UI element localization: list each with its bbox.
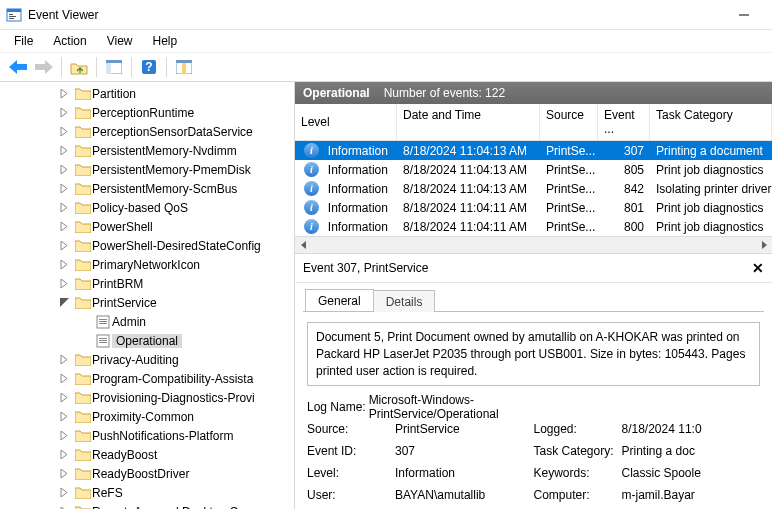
back-button[interactable] <box>6 55 30 79</box>
col-level[interactable]: Level <box>295 104 397 140</box>
title-bar: Event Viewer <box>0 0 772 30</box>
col-eventid[interactable]: Event ... <box>598 104 650 140</box>
expand-icon[interactable] <box>60 355 74 364</box>
tree-folder[interactable]: PerceptionSensorDataService <box>2 122 294 141</box>
show-tree-icon[interactable] <box>102 55 126 79</box>
expand-icon[interactable] <box>60 165 74 174</box>
folder-icon <box>74 144 92 157</box>
expand-icon[interactable] <box>60 108 74 117</box>
tree-folder[interactable]: Provisioning-Diagnostics-Provi <box>2 388 294 407</box>
tree-leaf[interactable]: Admin <box>2 312 294 331</box>
cell-datetime: 8/18/2024 11:04:13 AM <box>397 144 540 158</box>
svg-rect-21 <box>99 338 107 339</box>
tree-folder[interactable]: PrimaryNetworkIcon <box>2 255 294 274</box>
tree-view[interactable]: PartitionPerceptionRuntimePerceptionSens… <box>0 82 294 509</box>
detail-title: Event 307, PrintService <box>303 261 428 275</box>
help-icon[interactable]: ? <box>137 55 161 79</box>
expand-icon[interactable] <box>60 469 74 478</box>
col-task[interactable]: Task Category <box>650 104 772 140</box>
info-icon: i <box>304 219 319 234</box>
tree-label: PerceptionSensorDataService <box>92 125 253 139</box>
tree-folder[interactable]: Privacy-Auditing <box>2 350 294 369</box>
event-row[interactable]: iInformation8/18/2024 11:04:11 AMPrintSe… <box>295 217 772 236</box>
menu-action[interactable]: Action <box>43 32 96 50</box>
tree-folder[interactable]: ReFS <box>2 483 294 502</box>
menu-file[interactable]: File <box>4 32 43 50</box>
expand-icon[interactable] <box>60 412 74 421</box>
tree-folder[interactable]: Policy-based QoS <box>2 198 294 217</box>
expand-icon[interactable] <box>60 260 74 269</box>
scroll-right-icon[interactable] <box>755 237 772 254</box>
tab-general[interactable]: General <box>305 289 374 311</box>
tree-folder[interactable]: PersistentMemory-PmemDisk <box>2 160 294 179</box>
folder-icon <box>74 448 92 461</box>
tree-folder[interactable]: PrintBRM <box>2 274 294 293</box>
horiz-scrollbar[interactable] <box>295 236 772 253</box>
col-source[interactable]: Source <box>540 104 598 140</box>
folder-icon <box>74 467 92 480</box>
expand-icon[interactable] <box>60 127 74 136</box>
tab-details[interactable]: Details <box>373 290 436 312</box>
tree-folder[interactable]: PushNotifications-Platform <box>2 426 294 445</box>
expand-icon[interactable] <box>60 222 74 231</box>
event-row[interactable]: iInformation8/18/2024 11:04:13 AMPrintSe… <box>295 141 772 160</box>
scroll-left-icon[interactable] <box>295 237 312 254</box>
svg-rect-2 <box>9 14 13 15</box>
properties-icon[interactable] <box>172 55 196 79</box>
cell-task: Isolating printer driver <box>650 182 772 196</box>
expand-icon[interactable] <box>60 279 74 288</box>
minimize-button[interactable] <box>721 1 766 29</box>
column-headers[interactable]: Level Date and Time Source Event ... Tas… <box>295 104 772 141</box>
svg-rect-3 <box>9 16 16 17</box>
tree-folder[interactable]: RemoteApp and Desktop Conn <box>2 502 294 509</box>
expand-icon[interactable] <box>60 488 74 497</box>
menu-view[interactable]: View <box>97 32 143 50</box>
folder-icon <box>74 505 92 509</box>
prop-key: Logged: <box>534 422 622 436</box>
col-datetime[interactable]: Date and Time <box>397 104 540 140</box>
prop-row: User:BAYAN\amutallib <box>307 484 534 506</box>
tree-label: ReadyBoost <box>92 448 157 462</box>
expand-icon[interactable] <box>60 374 74 383</box>
expand-icon[interactable] <box>60 431 74 440</box>
expand-icon[interactable] <box>60 89 74 98</box>
prop-key: Source: <box>307 422 395 436</box>
expand-icon[interactable] <box>60 298 74 307</box>
folder-icon <box>74 486 92 499</box>
tree-folder[interactable]: PerceptionRuntime <box>2 103 294 122</box>
log-icon <box>94 315 112 329</box>
tree-folder[interactable]: Proximity-Common <box>2 407 294 426</box>
menu-help[interactable]: Help <box>143 32 188 50</box>
tree-folder[interactable]: PowerShell-DesiredStateConfig <box>2 236 294 255</box>
expand-icon[interactable] <box>60 393 74 402</box>
tree-folder[interactable]: PowerShell <box>2 217 294 236</box>
event-row[interactable]: iInformation8/18/2024 11:04:11 AMPrintSe… <box>295 198 772 217</box>
prop-row: Keywords:Classic Spoole <box>534 462 761 484</box>
prop-value: Classic Spoole <box>622 466 701 480</box>
expand-icon[interactable] <box>60 450 74 459</box>
tree-folder[interactable]: ReadyBoost <box>2 445 294 464</box>
event-row[interactable]: iInformation8/18/2024 11:04:13 AMPrintSe… <box>295 160 772 179</box>
folder-up-icon[interactable] <box>67 55 91 79</box>
folder-icon <box>74 163 92 176</box>
event-row[interactable]: iInformation8/18/2024 11:04:13 AMPrintSe… <box>295 179 772 198</box>
cell-task: Printing a document <box>650 144 772 158</box>
tree-folder[interactable]: Partition <box>2 84 294 103</box>
tree-folder[interactable]: PrintService <box>2 293 294 312</box>
folder-icon <box>74 87 92 100</box>
expand-icon[interactable] <box>60 203 74 212</box>
tree-leaf[interactable]: Operational <box>2 331 294 350</box>
event-list[interactable]: Level Date and Time Source Event ... Tas… <box>295 104 772 254</box>
svg-rect-4 <box>9 18 14 19</box>
tree-label: Proximity-Common <box>92 410 194 424</box>
tree-folder[interactable]: Program-Compatibility-Assista <box>2 369 294 388</box>
tree-folder[interactable]: PersistentMemory-ScmBus <box>2 179 294 198</box>
expand-icon[interactable] <box>60 184 74 193</box>
tree-folder[interactable]: ReadyBoostDriver <box>2 464 294 483</box>
expand-icon[interactable] <box>60 146 74 155</box>
expand-icon[interactable] <box>60 241 74 250</box>
tree-folder[interactable]: PersistentMemory-Nvdimm <box>2 141 294 160</box>
forward-button[interactable] <box>32 55 56 79</box>
close-icon[interactable]: ✕ <box>752 260 764 276</box>
tree-label: PersistentMemory-ScmBus <box>92 182 237 196</box>
